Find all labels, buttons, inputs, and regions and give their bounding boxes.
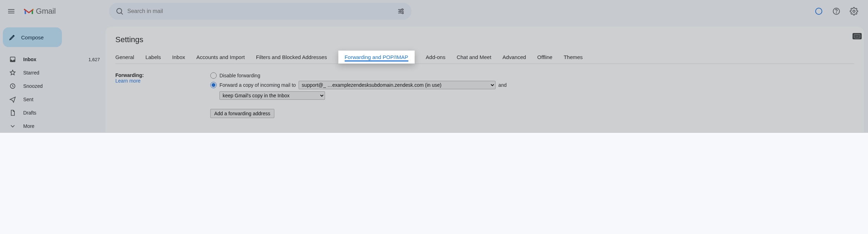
add-forwarding-address-button[interactable]: Add a forwarding address — [210, 109, 274, 118]
tab-inbox[interactable]: Inbox — [172, 51, 185, 64]
svg-rect-9 — [854, 34, 860, 38]
tab-labels[interactable]: Labels — [145, 51, 161, 64]
tab-advanced[interactable]: Advanced — [503, 51, 526, 64]
page-title: Settings — [115, 35, 854, 44]
gmail-logo[interactable]: Gmail — [24, 7, 101, 16]
search-icon[interactable] — [112, 4, 127, 19]
inbox-count: 1,627 — [88, 57, 100, 62]
sidebar-item-label: Starred — [23, 70, 100, 76]
settings-panel: Settings GeneralLabelsInboxAccounts and … — [106, 27, 864, 132]
compose-button[interactable]: Compose — [3, 27, 62, 47]
inbox-icon — [9, 56, 16, 63]
and-label: and — [498, 82, 506, 88]
svg-point-1 — [402, 9, 403, 10]
forwarding-email-select[interactable]: support@_ …examplezendesksubdomain.zende… — [299, 81, 496, 89]
sidebar-item-drafts[interactable]: Drafts — [3, 106, 106, 119]
sidebar-item-more[interactable]: More — [3, 119, 106, 133]
svg-point-3 — [402, 12, 403, 14]
svg-point-0 — [117, 8, 122, 13]
sidebar-item-starred[interactable]: Starred — [3, 66, 106, 79]
presence-status-icon[interactable] — [810, 3, 827, 20]
settings-tabs: GeneralLabelsInboxAccounts and ImportFil… — [115, 51, 854, 64]
search-bar[interactable] — [109, 3, 411, 20]
drafts-icon — [9, 109, 16, 116]
sidebar-item-inbox[interactable]: Inbox 1,627 — [3, 53, 106, 66]
sent-icon — [9, 96, 16, 103]
svg-point-6 — [836, 13, 836, 13]
tab-offline[interactable]: Offline — [537, 51, 553, 64]
svg-point-2 — [400, 11, 401, 12]
tab-general[interactable]: General — [115, 51, 134, 64]
compose-label: Compose — [21, 34, 44, 40]
search-input[interactable] — [127, 8, 393, 14]
search-options-icon[interactable] — [393, 4, 409, 19]
sidebar-item-snoozed[interactable]: Snoozed — [3, 79, 106, 93]
gmail-wordmark: Gmail — [36, 7, 56, 16]
pencil-icon — [8, 33, 16, 41]
learn-more-link[interactable]: Learn more — [115, 78, 141, 84]
nav-list: Inbox 1,627 Starred Snoozed Sent Drafts — [0, 53, 106, 133]
main-menu-button[interactable] — [3, 3, 20, 20]
chevron-down-icon — [9, 123, 16, 130]
section-heading: Forwarding: — [115, 72, 144, 78]
sidebar-item-label: Drafts — [23, 110, 100, 116]
settings-icon[interactable] — [845, 3, 862, 20]
input-tools-icon[interactable] — [853, 33, 862, 39]
tab-filters-and-blocked-addresses[interactable]: Filters and Blocked Addresses — [256, 51, 327, 64]
tab-accounts-and-import[interactable]: Accounts and Import — [196, 51, 245, 64]
sidebar-item-label: More — [23, 123, 100, 129]
tab-forwarding-and-pop-imap[interactable]: Forwarding and POP/IMAP — [338, 51, 415, 64]
gmail-icon — [24, 7, 34, 15]
support-icon[interactable] — [828, 3, 845, 20]
star-icon — [9, 69, 16, 76]
svg-point-7 — [853, 10, 855, 12]
radio-enable-forwarding[interactable] — [210, 82, 217, 88]
clock-icon — [9, 83, 16, 90]
tab-themes[interactable]: Themes — [564, 51, 583, 64]
radio-disable-forwarding[interactable] — [210, 72, 217, 79]
forwarding-action-select[interactable]: keep Gmail's copy in the Inbox — [219, 91, 325, 100]
svg-point-4 — [816, 8, 822, 14]
sidebar-item-label: Inbox — [23, 57, 81, 62]
sidebar: Compose Inbox 1,627 Starred Snoozed Sent — [0, 22, 106, 133]
tab-add-ons[interactable]: Add-ons — [426, 51, 446, 64]
radio-label-disable: Disable forwarding — [219, 73, 260, 78]
radio-label-forward: Forward a copy of incoming mail to — [219, 82, 296, 88]
tab-chat-and-meet[interactable]: Chat and Meet — [457, 51, 491, 64]
sidebar-item-label: Snoozed — [23, 83, 100, 89]
sidebar-item-sent[interactable]: Sent — [3, 93, 106, 106]
sidebar-item-label: Sent — [23, 97, 100, 102]
